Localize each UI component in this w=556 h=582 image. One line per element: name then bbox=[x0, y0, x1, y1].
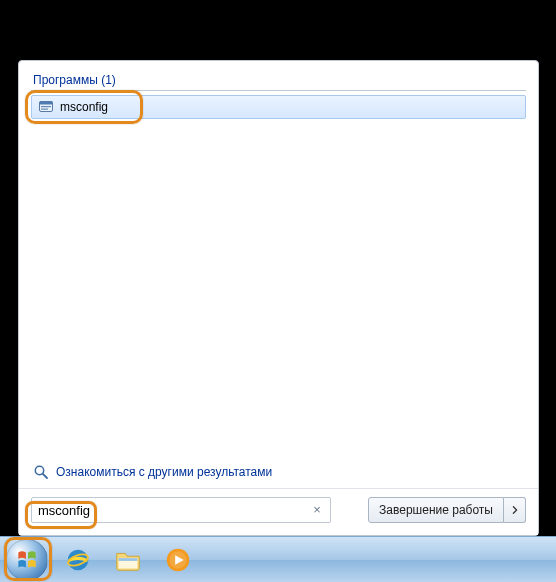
internet-explorer-icon bbox=[63, 545, 93, 575]
media-player-icon bbox=[163, 545, 193, 575]
desktop-background: Программы (1) msconfig bbox=[0, 0, 556, 582]
result-item-msconfig[interactable]: msconfig bbox=[31, 95, 526, 119]
section-title: Программы bbox=[33, 73, 98, 87]
more-results-label: Ознакомиться с другими результатами bbox=[56, 465, 272, 479]
svg-rect-3 bbox=[41, 109, 48, 110]
section-count: 1 bbox=[105, 73, 112, 87]
shutdown-button[interactable]: Завершение работы bbox=[368, 497, 504, 523]
svg-line-5 bbox=[43, 474, 47, 478]
svg-rect-2 bbox=[41, 106, 51, 107]
msconfig-icon bbox=[38, 99, 54, 115]
clear-search-icon[interactable]: × bbox=[310, 503, 324, 517]
shutdown-group: Завершение работы bbox=[368, 497, 526, 523]
shutdown-options-button[interactable] bbox=[504, 497, 526, 523]
more-results-link[interactable]: Ознакомиться с другими результатами bbox=[19, 458, 538, 488]
taskbar bbox=[0, 536, 556, 582]
taskbar-icon-media-player[interactable] bbox=[158, 542, 198, 578]
start-menu-bottom-bar: × Завершение работы bbox=[19, 488, 538, 535]
result-item-label: msconfig bbox=[60, 100, 108, 114]
search-icon bbox=[33, 464, 49, 480]
search-results-area: Программы (1) msconfig bbox=[19, 61, 538, 458]
search-box[interactable]: × bbox=[31, 497, 331, 523]
file-explorer-icon bbox=[113, 545, 143, 575]
taskbar-icon-ie[interactable] bbox=[58, 542, 98, 578]
section-header-programs: Программы (1) bbox=[31, 71, 526, 91]
svg-rect-9 bbox=[119, 558, 138, 561]
taskbar-icon-explorer[interactable] bbox=[108, 542, 148, 578]
start-button[interactable] bbox=[6, 539, 48, 581]
svg-rect-1 bbox=[40, 102, 53, 105]
search-input[interactable] bbox=[38, 503, 310, 518]
start-menu: Программы (1) msconfig bbox=[18, 60, 539, 536]
chevron-right-icon bbox=[511, 506, 519, 514]
windows-logo-icon bbox=[14, 547, 40, 573]
